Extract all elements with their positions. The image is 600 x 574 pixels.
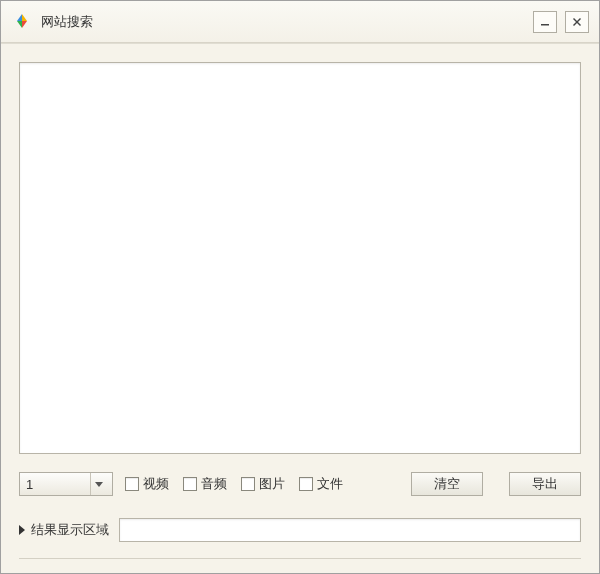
title-bar: 网站搜索 xyxy=(1,1,599,43)
thread-select[interactable]: 1 xyxy=(19,472,113,496)
clear-button[interactable]: 清空 xyxy=(411,472,483,496)
checkbox-box xyxy=(125,477,139,491)
checkbox-label: 图片 xyxy=(259,475,285,493)
checkbox-box xyxy=(183,477,197,491)
url-input[interactable] xyxy=(20,63,580,453)
url-input-panel xyxy=(19,62,581,454)
chevron-down-icon xyxy=(90,473,106,495)
checkbox-file[interactable]: 文件 xyxy=(299,475,343,493)
app-icon xyxy=(13,13,31,31)
action-buttons: 清空 导出 xyxy=(411,472,581,496)
result-area-label: 结果显示区域 xyxy=(19,521,109,539)
divider xyxy=(19,558,581,559)
checkbox-label: 文件 xyxy=(317,475,343,493)
svg-rect-0 xyxy=(541,24,549,26)
checkbox-box xyxy=(241,477,255,491)
result-row: 结果显示区域 xyxy=(19,518,581,542)
checkbox-image[interactable]: 图片 xyxy=(241,475,285,493)
filter-checks: 视频 音频 图片 文件 xyxy=(125,475,343,493)
result-display-field xyxy=(119,518,581,542)
minimize-button[interactable] xyxy=(533,11,557,33)
export-button[interactable]: 导出 xyxy=(509,472,581,496)
checkbox-audio[interactable]: 音频 xyxy=(183,475,227,493)
window-title: 网站搜索 xyxy=(41,13,533,31)
result-display-input[interactable] xyxy=(120,519,580,541)
checkbox-box xyxy=(299,477,313,491)
close-button[interactable] xyxy=(565,11,589,33)
window-controls xyxy=(533,11,589,33)
app-window: 网站搜索 1 xyxy=(0,0,600,574)
client-area: 1 视频 音频 图片 xyxy=(1,43,599,573)
thread-select-value: 1 xyxy=(26,477,90,492)
checkbox-label: 音频 xyxy=(201,475,227,493)
controls-row: 1 视频 音频 图片 xyxy=(19,472,581,496)
checkbox-video[interactable]: 视频 xyxy=(125,475,169,493)
result-label-text: 结果显示区域 xyxy=(31,521,109,539)
triangle-icon xyxy=(19,525,25,535)
checkbox-label: 视频 xyxy=(143,475,169,493)
